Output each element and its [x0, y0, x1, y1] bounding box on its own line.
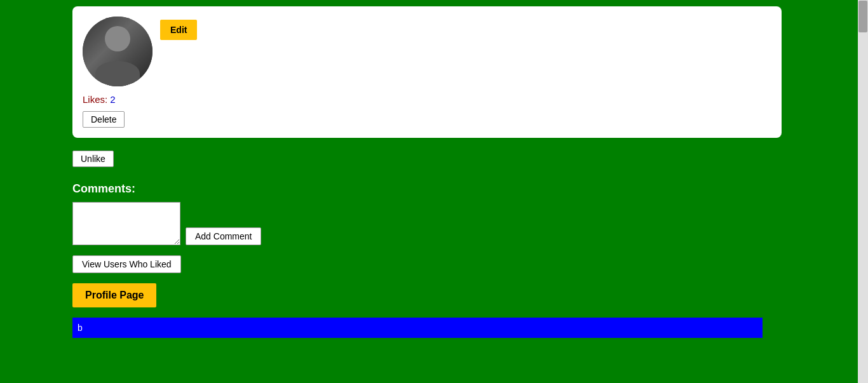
view-users-liked-button[interactable]: View Users Who Liked: [72, 255, 181, 273]
blue-bar: b: [72, 318, 763, 338]
delete-button[interactable]: Delete: [83, 111, 125, 128]
comment-input-row: Add Comment: [72, 202, 868, 245]
avatar-image: [83, 17, 153, 86]
likes-info: Likes: 2: [83, 94, 771, 105]
post-card: Edit Likes: 2 Delete: [72, 6, 782, 138]
comments-section: Comments: Add Comment View Users Who Lik…: [72, 182, 868, 338]
post-header: Edit: [83, 17, 771, 86]
unlike-button[interactable]: Unlike: [72, 151, 114, 167]
scrollbar-thumb[interactable]: [858, 1, 867, 32]
avatar: [83, 17, 153, 86]
comment-textarea[interactable]: [72, 202, 180, 245]
blue-bar-text: b: [78, 323, 83, 333]
add-comment-button[interactable]: Add Comment: [186, 227, 261, 245]
comments-label: Comments:: [72, 182, 868, 196]
edit-button[interactable]: Edit: [160, 20, 197, 40]
likes-count: 2: [110, 94, 115, 105]
profile-page-button[interactable]: Profile Page: [72, 283, 156, 307]
scrollbar[interactable]: [858, 0, 868, 383]
